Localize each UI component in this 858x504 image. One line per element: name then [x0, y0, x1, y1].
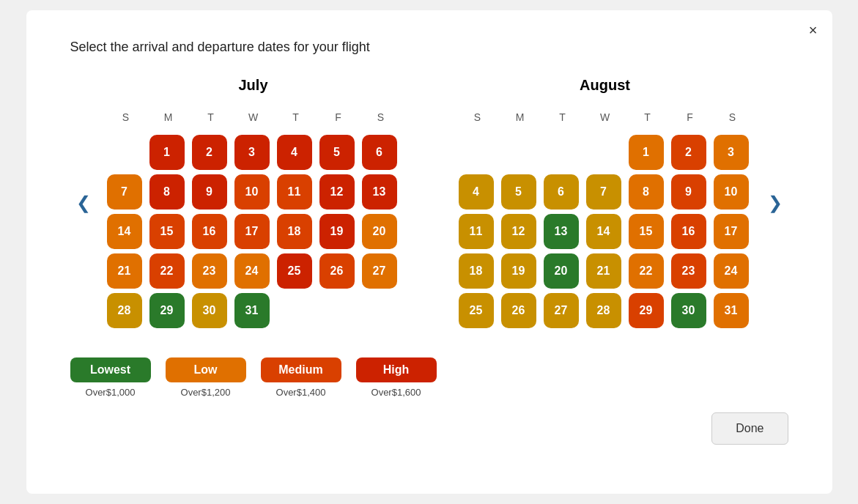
day-cell[interactable]: 1	[149, 135, 185, 170]
day-cell[interactable]: 27	[362, 253, 397, 289]
day-header: S	[714, 108, 752, 130]
day-cell[interactable]: 26	[501, 293, 536, 328]
day-header: T	[544, 108, 582, 130]
day-cell[interactable]: 29	[629, 293, 664, 328]
day-cell[interactable]: 22	[629, 253, 664, 289]
day-cell[interactable]: 23	[671, 253, 706, 289]
day-header: F	[671, 108, 709, 130]
day-cell[interactable]: 7	[586, 174, 621, 210]
day-cell[interactable]: 9	[671, 174, 706, 210]
august-grid: SMTWTFS123456789101112131415161718192021…	[459, 108, 752, 328]
day-cell[interactable]: 24	[234, 253, 270, 289]
calendars: July SMTWTFS1234567891011121314151617181…	[97, 77, 762, 328]
day-cell[interactable]: 15	[149, 214, 185, 249]
day-cell[interactable]: 14	[586, 214, 621, 249]
legend-sub: Over$1,000	[86, 387, 136, 398]
day-header: M	[501, 108, 539, 130]
close-button[interactable]: ×	[809, 22, 818, 39]
day-cell[interactable]: 19	[319, 214, 355, 249]
modal: × Select the arrival and departure dates…	[26, 10, 832, 494]
day-cell[interactable]: 25	[277, 253, 312, 289]
legend-badge: Low	[166, 357, 246, 382]
day-cell[interactable]: 1	[629, 135, 664, 170]
day-cell[interactable]: 24	[714, 253, 749, 289]
day-cell[interactable]: 11	[277, 174, 312, 210]
day-cell[interactable]: 19	[501, 253, 536, 289]
day-cell[interactable]: 12	[501, 214, 536, 249]
day-header: T	[192, 108, 230, 130]
day-header: S	[362, 108, 400, 130]
day-cell[interactable]: 31	[714, 293, 749, 328]
day-cell[interactable]: 4	[277, 135, 312, 170]
day-cell[interactable]: 6	[544, 174, 579, 210]
day-cell[interactable]: 26	[319, 253, 355, 289]
day-cell[interactable]: 18	[277, 214, 312, 249]
day-cell[interactable]: 8	[149, 174, 185, 210]
day-cell[interactable]: 21	[586, 253, 621, 289]
day-cell[interactable]: 25	[459, 293, 494, 328]
day-cell[interactable]: 28	[586, 293, 621, 328]
modal-title: Select the arrival and departure dates f…	[70, 40, 788, 55]
day-cell[interactable]: 11	[459, 214, 494, 249]
day-cell[interactable]: 20	[362, 214, 397, 249]
july-grid: SMTWTFS123456789101112131415161718192021…	[107, 108, 400, 328]
day-cell[interactable]: 2	[671, 135, 706, 170]
day-cell[interactable]: 30	[192, 293, 227, 328]
done-button[interactable]: Done	[711, 412, 788, 445]
day-cell[interactable]: 22	[149, 253, 185, 289]
day-cell[interactable]: 10	[234, 174, 270, 210]
legend-badge: Medium	[261, 357, 341, 382]
legend-item: MediumOver$1,400	[261, 357, 341, 398]
day-cell[interactable]: 10	[714, 174, 749, 210]
day-cell[interactable]: 30	[671, 293, 706, 328]
day-cell[interactable]: 3	[234, 135, 270, 170]
day-cell[interactable]: 27	[544, 293, 579, 328]
done-btn-wrapper: Done	[70, 412, 788, 445]
august-calendar: August SMTWTFS12345678910111213141516171…	[459, 77, 752, 328]
day-cell[interactable]: 16	[671, 214, 706, 249]
next-month-button[interactable]: ❯	[762, 187, 788, 219]
prev-month-button[interactable]: ❮	[70, 187, 97, 219]
day-cell[interactable]: 29	[149, 293, 185, 328]
day-cell[interactable]: 14	[107, 214, 142, 249]
day-cell[interactable]: 12	[319, 174, 355, 210]
day-cell[interactable]: 18	[459, 253, 494, 289]
legend-sub: Over$1,600	[371, 387, 421, 398]
day-cell[interactable]: 5	[501, 174, 536, 210]
day-header: F	[319, 108, 358, 130]
legend: LowestOver$1,000LowOver$1,200MediumOver$…	[70, 357, 788, 398]
legend-badge: Lowest	[70, 357, 151, 382]
day-header: W	[586, 108, 624, 130]
august-title: August	[459, 77, 752, 94]
july-calendar: July SMTWTFS1234567891011121314151617181…	[107, 77, 400, 328]
day-cell[interactable]: 17	[714, 214, 749, 249]
day-cell[interactable]: 13	[544, 214, 579, 249]
day-cell[interactable]: 16	[192, 214, 227, 249]
day-cell[interactable]: 31	[234, 293, 270, 328]
day-header: W	[234, 108, 273, 130]
day-cell[interactable]: 13	[362, 174, 397, 210]
day-cell	[586, 135, 621, 170]
day-cell[interactable]: 15	[629, 214, 664, 249]
day-cell[interactable]: 5	[319, 135, 355, 170]
day-cell[interactable]: 6	[362, 135, 397, 170]
day-cell[interactable]: 21	[107, 253, 142, 289]
calendars-wrapper: ❮ July SMTWTFS12345678910111213141516171…	[70, 77, 788, 328]
day-cell[interactable]: 28	[107, 293, 142, 328]
day-cell[interactable]: 8	[629, 174, 664, 210]
day-cell[interactable]: 2	[192, 135, 227, 170]
day-cell[interactable]: 3	[714, 135, 749, 170]
day-header: T	[277, 108, 315, 130]
day-header: S	[107, 108, 145, 130]
day-cell	[501, 135, 536, 170]
day-cell[interactable]: 20	[544, 253, 579, 289]
legend-item: LowOver$1,200	[166, 357, 246, 398]
day-cell[interactable]: 23	[192, 253, 227, 289]
day-cell[interactable]: 4	[459, 174, 494, 210]
day-cell	[459, 135, 494, 170]
day-cell[interactable]: 7	[107, 174, 142, 210]
day-cell[interactable]: 9	[192, 174, 227, 210]
legend-sub: Over$1,400	[276, 387, 326, 398]
day-cell	[107, 135, 142, 170]
day-cell[interactable]: 17	[234, 214, 270, 249]
